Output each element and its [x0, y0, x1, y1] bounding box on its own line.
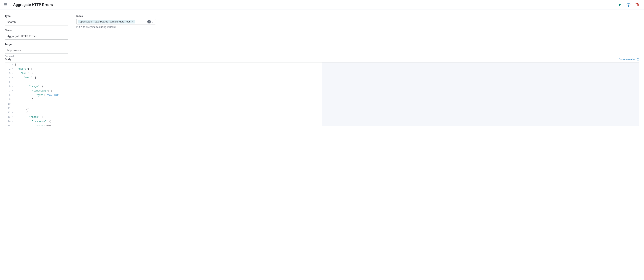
left-panel: Type Name Target Optional [5, 15, 68, 58]
top-bar-right [617, 2, 640, 8]
svg-rect-2 [636, 4, 639, 6]
code-line: 5 { [5, 80, 322, 84]
right-panel: Index opensearch_dashboards_sample_data_… [76, 15, 156, 58]
code-line: 11 }, [5, 106, 322, 111]
code-line: 15 | "gte": 500, [5, 124, 322, 126]
dropdown-button[interactable]: ⌄ [152, 20, 154, 23]
target-field-group: Target Optional [5, 43, 68, 58]
external-link-icon [637, 58, 639, 61]
svg-marker-0 [619, 4, 621, 6]
code-line: 3 ▾ "bool": { [5, 71, 322, 76]
code-line: 13 ▾ "range": { [5, 115, 322, 119]
target-hint: Optional [5, 55, 68, 58]
documentation-link-text: Documentation [619, 58, 636, 61]
code-editor-left[interactable]: 1 ▾ { 2 ▾ "query": { 3 ▾ "bool": { 4 ▾ [5, 63, 322, 126]
svg-point-1 [628, 4, 629, 5]
index-label: Index [76, 15, 156, 18]
code-line: 2 ▾ "query": { [5, 67, 322, 71]
code-line: 12 ▾ { [5, 111, 322, 115]
name-field-group: Name [5, 29, 68, 40]
play-icon [618, 3, 622, 7]
type-field-group: Type [5, 15, 68, 26]
index-tag-close-icon[interactable]: ✕ [132, 21, 134, 23]
top-bar: ☰ ⌄ Aggregate HTTP Errors [0, 0, 644, 10]
settings-button[interactable] [626, 2, 631, 8]
name-input[interactable] [5, 33, 68, 40]
index-hint: Put '*' to query indices using wildcard [76, 26, 156, 29]
code-line: 10 } [5, 102, 322, 106]
type-label: Type [5, 15, 68, 18]
clear-all-button[interactable]: ✕ [147, 20, 151, 24]
index-field-group: Index opensearch_dashboards_sample_data_… [76, 15, 156, 29]
chevron-down-icon[interactable]: ⌄ [9, 4, 11, 6]
index-input-icons: ✕ ⌄ [147, 20, 154, 24]
delete-button[interactable] [634, 2, 640, 8]
page-title: Aggregate HTTP Errors [13, 3, 53, 7]
body-section: Body Documentation 1 ▾ { 2 ▾ "query": { [0, 58, 644, 131]
code-editor-right [322, 63, 639, 126]
code-line: 7 ▾ "timestamp": { [5, 89, 322, 93]
name-label: Name [5, 29, 68, 32]
code-line: 4 ▾ "must": [ [5, 76, 322, 80]
code-line: 6 ▾ "range": { [5, 84, 322, 89]
documentation-link[interactable]: Documentation [619, 58, 639, 61]
index-tag-text: opensearch_dashboards_sample_data_logs [80, 20, 130, 23]
body-label: Body [5, 58, 11, 61]
target-label: Target [5, 43, 68, 46]
top-bar-left: ☰ ⌄ Aggregate HTTP Errors [4, 3, 53, 7]
run-button[interactable] [617, 2, 622, 8]
gear-icon [626, 3, 630, 7]
trash-icon [635, 3, 639, 7]
main-content: Type Name Target Optional Index opensear… [0, 10, 644, 58]
code-line: 9 } [5, 97, 322, 102]
code-line: 14 ▾ "response": { [5, 119, 322, 124]
target-input[interactable] [5, 47, 68, 54]
body-header: Body Documentation [5, 58, 639, 61]
code-editor[interactable]: 1 ▾ { 2 ▾ "query": { 3 ▾ "bool": { 4 ▾ [5, 62, 639, 126]
index-tag: opensearch_dashboards_sample_data_logs ✕ [78, 20, 135, 24]
index-input-wrapper[interactable]: opensearch_dashboards_sample_data_logs ✕… [76, 19, 156, 25]
code-line: 8 | "gte": "now-10m" [5, 93, 322, 97]
type-input[interactable] [5, 19, 68, 26]
code-line: 1 ▾ { [5, 63, 322, 67]
hamburger-icon[interactable]: ☰ [4, 3, 7, 7]
